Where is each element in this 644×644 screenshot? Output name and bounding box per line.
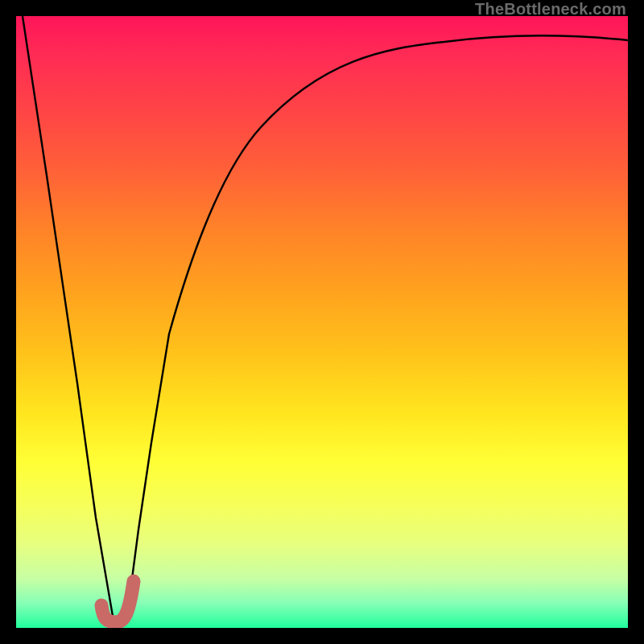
watermark-text: TheBottleneck.com [475,0,626,19]
plot-area [16,16,628,628]
chart-svg [16,16,628,628]
chart-frame: TheBottleneck.com [0,0,644,644]
optimal-range-marker [101,581,134,622]
bottleneck-curve [23,16,628,621]
